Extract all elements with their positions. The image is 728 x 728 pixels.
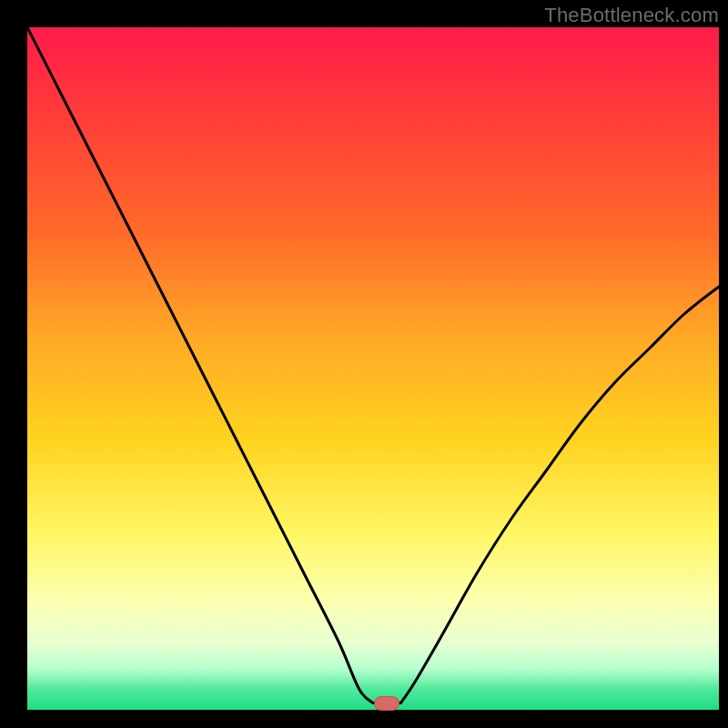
bottleneck-curve (27, 27, 719, 710)
watermark-text: TheBottleneck.com (544, 4, 719, 27)
chart-frame: TheBottleneck.com (0, 0, 728, 728)
plot-area (27, 27, 719, 710)
optimal-point-marker (374, 696, 399, 711)
